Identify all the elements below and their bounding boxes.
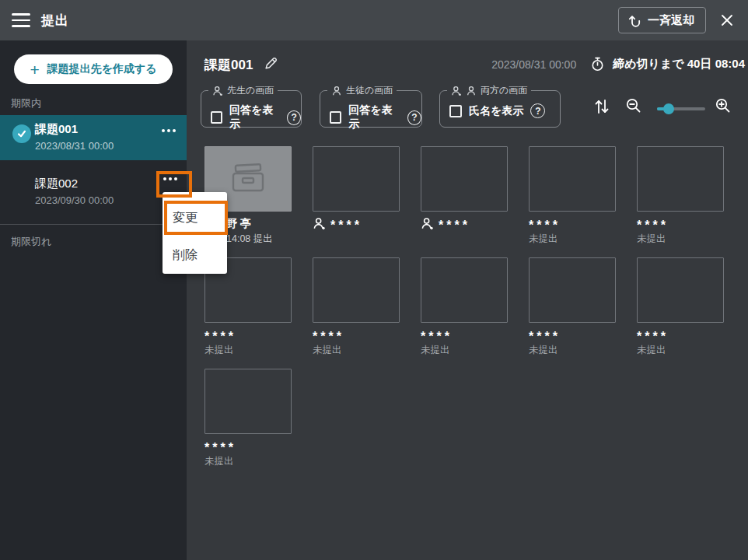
show-answers-checkbox[interactable] bbox=[211, 111, 222, 124]
student-name: **** bbox=[529, 328, 616, 341]
show-answers-checkbox[interactable] bbox=[330, 111, 341, 124]
submission-thumbnail[interactable] bbox=[529, 146, 616, 212]
zoom-slider-thumb[interactable] bbox=[663, 103, 674, 114]
group-legend-label: 両方の画面 bbox=[481, 84, 527, 97]
person-icon bbox=[421, 217, 434, 230]
main-panel: 課題001 2023/08/31 00:00 締め切りまで 40日 08:04 bbox=[187, 40, 748, 560]
menu-item-delete[interactable]: 削除 bbox=[163, 242, 227, 268]
more-options-icon[interactable] bbox=[163, 177, 177, 180]
submission-cell: **** 未提出 bbox=[637, 257, 724, 357]
checkbox-label: 回答を表示 bbox=[229, 103, 280, 131]
assignment-date: 2023/08/31 00:00 bbox=[35, 140, 114, 152]
submission-thumbnail[interactable] bbox=[421, 146, 508, 212]
sidebar-divider bbox=[0, 224, 187, 225]
teacher-screen-group: 先生の画面 回答を表示 ? bbox=[201, 90, 302, 128]
student-screen-group: 生徒の画面 回答を表示 ? bbox=[320, 90, 422, 128]
page-title: 提出 bbox=[41, 12, 69, 30]
submission-status: 未提出 bbox=[637, 233, 724, 246]
group-legend-label: 先生の画面 bbox=[227, 84, 274, 97]
submission-cell: **** 未提出 bbox=[529, 257, 616, 357]
sidebar: + 課題提出先を作成する 期限内 課題001 2023/08/31 00:00 … bbox=[0, 40, 187, 560]
submission-status: 未提出 bbox=[637, 344, 724, 357]
teacher-person-icon bbox=[212, 86, 223, 96]
top-bar: 提出 一斉返却 bbox=[0, 0, 748, 40]
plus-icon: + bbox=[30, 61, 39, 78]
zoom-slider[interactable] bbox=[657, 107, 705, 110]
student-name: **** bbox=[637, 328, 724, 341]
section-expired: 期限切れ bbox=[11, 235, 51, 249]
submission-status: 未提出 bbox=[204, 344, 292, 357]
submission-thumbnail[interactable] bbox=[637, 257, 724, 323]
sidebar-item-assignment-001[interactable]: 課題001 2023/08/31 00:00 bbox=[0, 115, 187, 160]
submission-cell: **** 未提出 bbox=[313, 257, 400, 357]
student-name: **** bbox=[421, 328, 508, 341]
submission-cell: **** 未提出 bbox=[637, 146, 724, 246]
submission-status: 未提出 bbox=[529, 233, 616, 246]
group-legend-label: 生徒の画面 bbox=[346, 84, 393, 97]
context-menu: 変更 削除 bbox=[163, 192, 227, 274]
student-name: **** bbox=[313, 328, 400, 341]
group-legend: 両方の画面 bbox=[447, 84, 531, 97]
submission-status: 未提出 bbox=[313, 344, 400, 357]
submissions-grid: 野 亭 14:08 提出 **** bbox=[204, 146, 724, 468]
submission-cell: **** bbox=[313, 146, 400, 246]
submission-thumbnail[interactable] bbox=[421, 257, 508, 323]
assignment-title: 課題001 bbox=[35, 122, 78, 137]
submission-thumbnail[interactable] bbox=[204, 369, 292, 434]
submission-cell: **** 未提出 bbox=[421, 257, 508, 357]
assignment-title: 課題002 bbox=[35, 177, 78, 191]
checkbox-label: 回答を表示 bbox=[348, 103, 400, 131]
create-assignment-label: 課題提出先を作成する bbox=[47, 62, 157, 76]
more-options-icon[interactable] bbox=[162, 129, 176, 132]
archive-box-icon bbox=[228, 162, 268, 196]
sidebar-item-assignment-002[interactable]: 課題002 2023/09/30 00:00 bbox=[0, 170, 187, 215]
zoom-out-icon[interactable] bbox=[624, 96, 643, 115]
submission-thumbnail[interactable] bbox=[529, 257, 616, 323]
student-person-icon bbox=[331, 86, 342, 96]
close-icon[interactable] bbox=[718, 11, 736, 30]
grid-row: **** 未提出 bbox=[204, 369, 724, 468]
deadline-info: 2023/08/31 00:00 締め切りまで 40日 08:04 bbox=[491, 57, 745, 72]
help-icon[interactable]: ? bbox=[530, 103, 545, 118]
undo-icon bbox=[627, 12, 642, 28]
show-names-checkbox[interactable] bbox=[449, 105, 462, 117]
student-name: **** bbox=[313, 217, 400, 230]
group-legend: 先生の画面 bbox=[208, 84, 278, 97]
submission-status: 未提出 bbox=[529, 344, 616, 357]
submission-cell: **** 未提出 bbox=[204, 369, 292, 468]
section-within-deadline: 期限内 bbox=[11, 96, 41, 110]
grid-row: **** 未提出 **** 未提出 **** 未提出 **** 未提出 bbox=[204, 257, 724, 357]
student-name: **** bbox=[421, 217, 508, 230]
student-name: **** bbox=[637, 217, 724, 230]
submission-status: 未提出 bbox=[204, 455, 292, 468]
assignment-date: 2023/09/30 00:00 bbox=[35, 194, 114, 206]
student-name: **** bbox=[204, 439, 292, 453]
sort-icon[interactable] bbox=[592, 96, 612, 117]
group-legend: 生徒の画面 bbox=[327, 84, 397, 97]
submission-thumbnail[interactable] bbox=[313, 257, 400, 323]
submission-cell: **** bbox=[421, 146, 508, 246]
checkbox-label: 氏名を表示 bbox=[469, 104, 523, 118]
submission-thumbnail[interactable] bbox=[637, 146, 724, 212]
grid-row: 野 亭 14:08 提出 **** bbox=[204, 146, 724, 246]
student-name: **** bbox=[204, 328, 292, 341]
student-name: **** bbox=[529, 217, 616, 230]
edit-pencil-icon[interactable] bbox=[264, 56, 278, 71]
help-icon[interactable]: ? bbox=[407, 110, 421, 125]
submission-thumbnail[interactable] bbox=[313, 146, 400, 212]
return-all-button[interactable]: 一斉返却 bbox=[618, 7, 706, 33]
return-all-label: 一斉返却 bbox=[648, 13, 694, 28]
selected-assignment-title: 課題001 bbox=[204, 56, 253, 74]
menu-item-change[interactable]: 変更 bbox=[163, 205, 227, 231]
create-assignment-button[interactable]: + 課題提出先を作成する bbox=[14, 54, 173, 84]
deadline-countdown: 締め切りまで 40日 08:04 bbox=[613, 57, 745, 72]
submission-status: 未提出 bbox=[421, 344, 508, 357]
hamburger-menu-icon[interactable] bbox=[12, 13, 30, 27]
help-icon[interactable]: ? bbox=[287, 110, 301, 125]
zoom-in-icon[interactable] bbox=[714, 96, 732, 115]
teacher-person-icon bbox=[451, 86, 462, 96]
submission-cell: **** 未提出 bbox=[529, 146, 616, 246]
student-person-icon bbox=[466, 86, 477, 96]
both-screens-group: 両方の画面 氏名を表示 ? bbox=[439, 90, 561, 128]
check-circle-icon bbox=[12, 124, 31, 143]
